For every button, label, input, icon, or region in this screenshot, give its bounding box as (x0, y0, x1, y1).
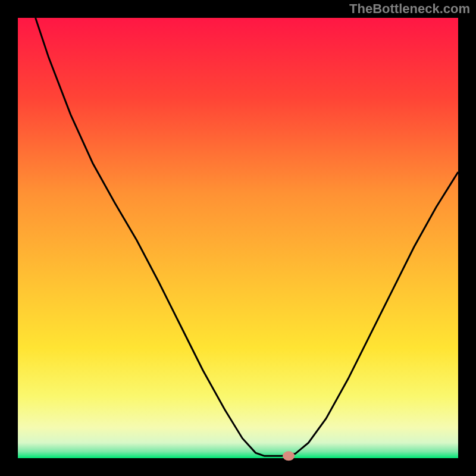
gradient-background (18, 18, 458, 458)
watermark-text: TheBottleneck.com (349, 1, 470, 17)
optimal-marker (283, 451, 295, 461)
chart-svg (0, 0, 476, 476)
bottleneck-chart: TheBottleneck.com (0, 0, 476, 476)
